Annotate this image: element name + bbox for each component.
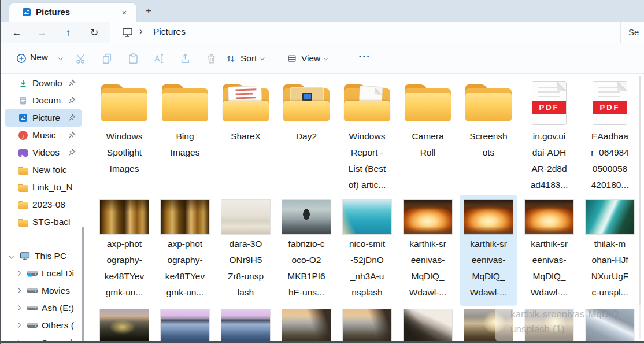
forward-button[interactable]: → <box>34 25 50 41</box>
new-button[interactable]: New <box>12 48 67 69</box>
file-label: karthik-sr eenivas- MqDlQ_ Wdawl-... <box>399 236 457 301</box>
folder-bing-images[interactable]: Bing Images <box>156 77 214 197</box>
image-file-mountain-lake-2[interactable] <box>217 309 275 343</box>
image-file-building-sunset[interactable] <box>95 309 153 343</box>
folder-camera-roll[interactable]: Camera Roll <box>399 77 457 197</box>
pdf-badge: PDF <box>532 101 566 114</box>
file-label: Camera Roll <box>399 128 457 161</box>
back-button[interactable]: ← <box>9 25 25 41</box>
document-icon <box>18 96 28 106</box>
folder-day2[interactable]: Day2 <box>277 77 335 197</box>
sidebar-item-this-pc[interactable]: This PC <box>5 247 82 265</box>
sidebar-item-label: 2023-08 <box>32 199 82 210</box>
chevron-collapsed-icon[interactable] <box>16 323 21 328</box>
toolbar-divider <box>69 51 69 66</box>
copy-button[interactable] <box>96 47 118 69</box>
file-label: axp-phot ography- ke48TYev gmk-un... <box>156 236 214 301</box>
chevron-expanded-icon[interactable] <box>9 253 14 259</box>
folder-windows-report[interactable]: Windows Report - List (Best of) artic... <box>338 77 396 197</box>
sidebar-item-label: Others ( <box>42 320 84 331</box>
drive-icon <box>27 321 36 331</box>
sidebar-item-2023-08[interactable]: 2023-08 <box>5 196 82 213</box>
chevron-down-icon <box>324 56 328 60</box>
refresh-button[interactable]: ↻ <box>86 25 102 41</box>
share-button[interactable] <box>174 47 196 69</box>
picture-icon <box>18 113 28 123</box>
pdf-file-aadhaar-1[interactable]: PDF in.gov.ui dai-ADH AR-2d8d ad4183... <box>520 77 578 197</box>
folder-icon <box>18 201 28 209</box>
folder-sharex[interactable]: ShareX <box>217 77 275 197</box>
delete-button[interactable] <box>200 47 222 69</box>
sidebar-item-documents[interactable]: Docum <box>5 92 82 109</box>
image-file-rocky-coast-1[interactable] <box>277 309 335 343</box>
sidebar-item-link-to[interactable]: Link_to_N <box>5 179 82 196</box>
pdf-file-aadhaar-2[interactable]: PDF EAadhaa r_064984 0500058 420180... <box>581 77 639 197</box>
sidebar-separator <box>7 239 80 239</box>
close-tab-icon[interactable]: × <box>118 6 131 19</box>
image-thumbnail <box>399 195 457 236</box>
image-file-rocky-coast-2[interactable] <box>338 309 396 343</box>
image-file-karthik-sreenivas-3[interactable]: karthik-sr eenivas- MqDlQ_ Wdawl-... <box>520 195 578 306</box>
sidebar-item-movies-drive[interactable]: Movies <box>5 282 82 299</box>
rename-button[interactable] <box>148 47 170 69</box>
image-file-axp-photography-2[interactable]: axp-phot ography- ke48TYev gmk-un... <box>156 195 214 306</box>
see-more-button[interactable]: ⋯ <box>353 45 376 68</box>
breadcrumb-location[interactable]: Pictures <box>153 27 186 37</box>
sidebar-item-ash-drive[interactable]: Ash (E:) <box>5 299 82 317</box>
new-tab-button[interactable]: + <box>142 5 155 17</box>
content-scrollbar[interactable] <box>639 76 641 339</box>
image-file-thilak-mohan[interactable]: thilak-m ohan-HJf NXurUgF c-unspl... <box>581 195 639 306</box>
view-list-icon <box>287 53 297 64</box>
tab-strip: Pictures × + <box>1 0 644 22</box>
this-pc-monitor-icon <box>122 27 133 38</box>
chevron-collapsed-icon[interactable] <box>16 305 21 311</box>
sidebar-item-videos[interactable]: Videos <box>5 144 82 161</box>
image-file-dara-unsplash[interactable]: dara-3O ONr9H5 Zr8-unsp lash <box>217 195 275 306</box>
image-thumbnail <box>277 195 335 236</box>
image-file-snowy-peak[interactable] <box>399 309 457 343</box>
image-file-karthik-sreenivas-1[interactable]: karthik-sr eenivas- MqDlQ_ Wdawl-... <box>399 195 457 306</box>
sort-button[interactable]: Sort <box>225 47 264 69</box>
image-file-karthik-sreenivas-2-selected[interactable]: karthik-sr eenivas- MqDlQ_ Wdawl-... <box>460 195 517 306</box>
file-label: karthik-sr eenivas- MqDlQ_ Wdawl-... <box>460 236 517 301</box>
sidebar-item-label: Local Di <box>42 268 84 279</box>
sidebar-item-music[interactable]: Music <box>5 127 82 144</box>
trash-icon <box>205 53 217 65</box>
chevron-collapsed-icon[interactable] <box>16 271 21 276</box>
sidebar-scrollbar[interactable] <box>82 227 84 341</box>
sidebar-item-local-disk[interactable]: Local Di <box>5 265 82 282</box>
scissors-icon <box>75 53 87 65</box>
view-button[interactable]: View <box>287 47 328 69</box>
image-file-axp-photography-1[interactable]: axp-phot ography- ke48TYev gmk-un... <box>95 195 153 306</box>
image-file-fabrizio-coco[interactable]: fabrizio-c oco-O2 MKB1Pf6 hE-uns... <box>277 195 335 306</box>
computer-icon <box>20 251 29 261</box>
filename-tooltip: karthik-sreenivas-MqDlQ_ unsplash (1) <box>495 305 644 341</box>
folder-windows-spotlight-images[interactable]: Windows Spotlight Images <box>95 77 153 197</box>
file-label: Windows Report - List (Best of) artic... <box>338 128 396 193</box>
sidebar-item-downloads[interactable]: Downlo <box>5 75 82 92</box>
pin-icon <box>68 97 76 104</box>
image-file-nico-smit[interactable]: nico-smit -52jDnO _nh3A-u nsplash <box>338 195 396 306</box>
image-thumbnail <box>156 195 214 236</box>
image-thumbnail <box>581 195 639 236</box>
sidebar-item-new-folder[interactable]: New folc <box>5 161 82 179</box>
address-bar[interactable]: › Pictures <box>110 22 620 43</box>
chevron-collapsed-icon[interactable] <box>16 288 21 294</box>
pdf-badge: PDF <box>593 101 627 114</box>
cut-button[interactable] <box>70 47 92 69</box>
image-thumbnail <box>460 195 517 236</box>
sidebar-item-others-drive[interactable]: Others ( <box>5 317 82 334</box>
sidebar-item-pictures[interactable]: Picture <box>5 109 82 127</box>
paste-button[interactable] <box>122 47 144 69</box>
search-box[interactable]: Se <box>620 22 644 43</box>
os-drive-icon <box>27 269 36 279</box>
image-file-mountain-lake-1[interactable] <box>156 309 214 343</box>
sidebar-item-stg-backup[interactable]: STG-bacl <box>5 213 82 231</box>
command-bar: New Sort View ⋯ <box>1 43 644 74</box>
new-button-label: New <box>30 52 48 62</box>
file-label: Bing Images <box>156 128 214 161</box>
up-button[interactable]: ↑ <box>60 25 76 41</box>
tab-pictures[interactable]: Pictures × <box>9 3 136 22</box>
image-thumbnail <box>95 195 153 236</box>
folder-screenshots[interactable]: Screensh ots <box>460 77 517 197</box>
